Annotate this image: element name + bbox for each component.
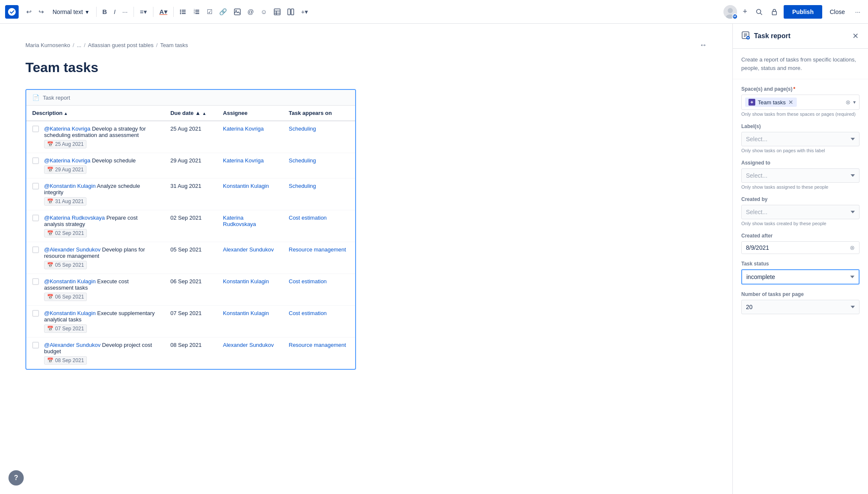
table-row: @Katerina Kovriga Develop schedule 📅 29 … <box>26 153 355 179</box>
task-mention[interactable]: @Konstantin Kulagin <box>44 278 96 285</box>
app-logo[interactable] <box>5 5 19 19</box>
task-appears-on-link[interactable]: Scheduling <box>289 157 316 164</box>
task-checkbox[interactable] <box>32 342 39 349</box>
divider-3 <box>153 7 153 17</box>
panel-header: Task report ✕ <box>733 24 868 49</box>
tasks-per-page-select[interactable]: 10 20 50 100 <box>741 300 860 314</box>
insert-more-button[interactable]: +▾ <box>298 6 311 18</box>
task-mention[interactable]: @Katerina Kovriga <box>44 126 90 132</box>
task-assignee-link[interactable]: Katerina Kovriga <box>223 157 264 164</box>
col-header-duedate[interactable]: Due date ▲ <box>164 106 217 121</box>
task-desc-content: @Katerina Kovriga Develop a strategy for… <box>44 126 159 148</box>
page-title: Team tasks <box>25 60 707 75</box>
numbered-list-button[interactable]: 123 <box>191 6 203 18</box>
task-appears-on-link[interactable]: Resource management <box>289 246 346 253</box>
macro-icon: 📄 <box>32 94 39 101</box>
task-desc-cell: @Konstantin Kulagin Analyze schedule int… <box>32 183 159 206</box>
table-row: @Alexander Sundukov Develop plans for re… <box>26 242 355 274</box>
breadcrumb-item-1[interactable]: Maria Kurnosenko <box>25 42 70 48</box>
bullet-list-button[interactable] <box>177 6 189 18</box>
col-header-description[interactable]: Description <box>26 106 164 121</box>
spaces-input-container[interactable]: Team tasks ✕ ⊗ ▾ <box>741 95 860 110</box>
task-appears-on-link[interactable]: Cost estimation <box>289 215 327 221</box>
task-status-select[interactable]: incomplete complete <box>741 269 860 285</box>
task-description-cell: @Alexander Sundukov Develop project cost… <box>26 338 164 369</box>
breadcrumb-nav-arrows[interactable]: ↔ <box>699 41 707 50</box>
task-mention[interactable]: @Alexander Sundukov <box>44 342 100 348</box>
help-button[interactable]: ? <box>8 470 24 486</box>
task-checkbox[interactable] <box>32 183 39 190</box>
search-button[interactable] <box>753 6 765 18</box>
link-button[interactable]: 🔗 <box>217 6 230 18</box>
svg-rect-18 <box>288 9 290 15</box>
task-checkbox[interactable] <box>32 215 39 221</box>
panel-close-button[interactable]: ✕ <box>851 31 860 42</box>
task-assignee-link[interactable]: Katerina Kovriga <box>223 126 264 132</box>
task-date-badge-text: 06 Sep 2021 <box>55 294 84 300</box>
task-mention[interactable]: @Konstantin Kulagin <box>44 183 96 189</box>
created-by-label: Created by <box>741 196 860 202</box>
publish-button[interactable]: Publish <box>784 5 822 19</box>
task-assignee-link[interactable]: Alexander Sundukov <box>223 246 274 253</box>
restriction-button[interactable] <box>768 6 780 18</box>
task-checkbox[interactable] <box>32 157 39 164</box>
task-appears-on-link[interactable]: Cost estimation <box>289 278 327 285</box>
bold-button[interactable]: B <box>100 6 110 18</box>
task-desc-text: Develop schedule <box>92 157 136 164</box>
spaces-clear-button[interactable]: ⊗ <box>846 99 851 106</box>
task-mention[interactable]: @Alexander Sundukov <box>44 246 100 253</box>
task-mention[interactable]: @Konstantin Kulagin <box>44 310 96 316</box>
task-mention[interactable]: @Katerina Kovriga <box>44 157 90 164</box>
more-format-button[interactable]: ··· <box>120 6 131 18</box>
checkbox-button[interactable]: ☑ <box>204 6 215 18</box>
task-checkbox[interactable] <box>32 126 39 132</box>
image-button[interactable] <box>231 6 243 18</box>
task-mention[interactable]: @Katerina Rudkovskaya <box>44 215 105 221</box>
task-checkbox[interactable] <box>32 310 39 317</box>
task-appears-on-link[interactable]: Scheduling <box>289 126 316 132</box>
mention-button[interactable]: @ <box>245 6 256 18</box>
task-description-cell: @Katerina Rudkovskaya Prepare cost analy… <box>26 210 164 242</box>
align-button[interactable]: ≡▾ <box>137 6 150 18</box>
calendar-icon: 📅 <box>47 357 53 363</box>
task-appears-on-link[interactable]: Resource management <box>289 342 346 348</box>
macro-header-label: Task report <box>43 95 70 101</box>
font-color-button[interactable]: A▾ <box>157 6 170 18</box>
task-appears-on-link[interactable]: Cost estimation <box>289 310 327 316</box>
more-options-button[interactable]: ··· <box>852 6 863 18</box>
task-checkbox[interactable] <box>32 278 39 285</box>
spaces-chevron-icon[interactable]: ▾ <box>853 99 856 105</box>
task-appears-on-link[interactable]: Scheduling <box>289 183 316 189</box>
table-button[interactable] <box>271 6 283 18</box>
toolbar: ↩ ↪ Normal text ▾ B I ··· ≡▾ A▾ 123 ☑ 🔗 … <box>0 0 868 24</box>
undo-button[interactable]: ↩ <box>24 6 34 18</box>
add-collaborator-button[interactable]: + <box>740 5 750 19</box>
user-avatar-wrapper[interactable]: M <box>723 5 737 19</box>
layout-button[interactable] <box>285 6 297 18</box>
task-appears-on-cell: Cost estimation <box>283 306 355 338</box>
table-row: @Konstantin Kulagin Execute cost assessm… <box>26 274 355 306</box>
breadcrumb-ellipsis[interactable]: ... <box>77 42 81 48</box>
task-checkbox[interactable] <box>32 246 39 253</box>
text-style-button[interactable]: Normal text ▾ <box>48 6 93 18</box>
created-after-clear-button[interactable]: ⊗ <box>850 244 855 251</box>
text-style-chevron: ▾ <box>86 8 89 15</box>
breadcrumb-item-3[interactable]: Atlassian guest post tables <box>88 42 154 48</box>
task-date-badge: 📅 25 Aug 2021 <box>44 140 86 148</box>
space-tag-remove-button[interactable]: ✕ <box>788 99 793 105</box>
emoji-button[interactable]: ☺ <box>258 6 270 18</box>
breadcrumb-item-4[interactable]: Team tasks <box>160 42 188 48</box>
labels-select[interactable]: Select... <box>741 132 860 146</box>
task-assignee-link[interactable]: Konstantin Kulagin <box>223 310 269 316</box>
task-assignee-link[interactable]: Katerina Rudkovskaya <box>223 215 256 227</box>
created-by-select[interactable]: Select... <box>741 205 860 219</box>
created-after-input[interactable] <box>746 244 850 251</box>
close-button[interactable]: Close <box>826 6 849 18</box>
italic-button[interactable]: I <box>111 6 118 18</box>
task-assignee-link[interactable]: Alexander Sundukov <box>223 342 274 348</box>
svg-text:3: 3 <box>194 12 195 14</box>
task-assignee-link[interactable]: Konstantin Kulagin <box>223 278 269 285</box>
task-assignee-link[interactable]: Konstantin Kulagin <box>223 183 269 189</box>
redo-button[interactable]: ↪ <box>36 6 47 18</box>
assigned-to-select[interactable]: Select... <box>741 168 860 183</box>
